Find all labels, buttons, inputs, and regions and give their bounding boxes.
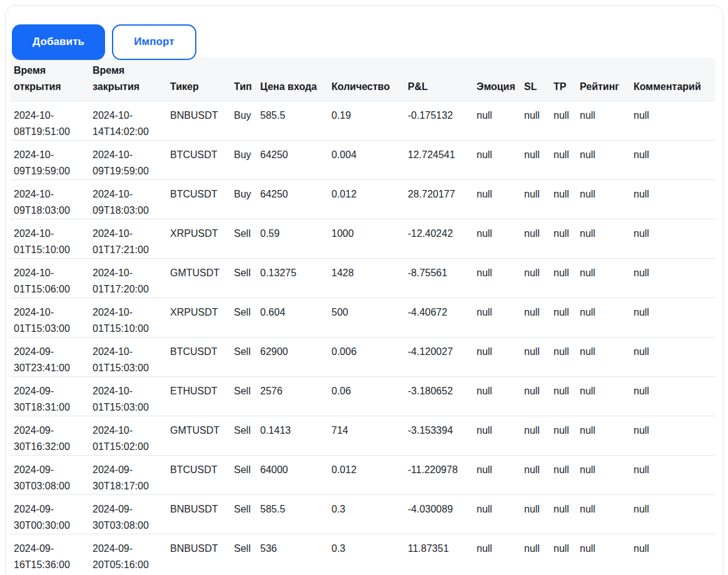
table-row[interactable]: 2024-09-30T03:08:002024-09-30T18:17:00BT… (10, 455, 715, 494)
cell-close-time: 2024-09-20T05:16:00 (89, 534, 166, 573)
cell-emotion: null (473, 140, 520, 179)
table-row[interactable]: 2024-09-30T18:31:002024-10-01T15:03:00ET… (10, 376, 715, 416)
cell-entry-price: 64250 (256, 140, 328, 179)
cell-sl: null (520, 298, 550, 337)
cell-close-time: 2024-10-01T17:20:00 (89, 258, 166, 298)
cell-comment: null (630, 140, 715, 179)
cell-emotion: null (473, 455, 520, 494)
cell-entry-price: 2576 (256, 376, 328, 416)
cell-tp: null (550, 101, 576, 140)
cell-pnl: -4.030089 (404, 494, 473, 534)
cell-entry-price: 0.59 (256, 219, 328, 258)
table-row[interactable]: 2024-10-09T19:59:002024-10-09T19:59:00BT… (10, 140, 715, 179)
cell-pnl: 12.724541 (404, 140, 473, 179)
cell-entry-price: 64000 (256, 455, 328, 494)
cell-open-time: 2024-10-01T15:06:00 (10, 258, 89, 298)
cell-emotion: null (473, 534, 520, 573)
cell-type: Sell (230, 298, 256, 337)
column-header-type: Тип (230, 58, 256, 101)
cell-type: Sell (230, 534, 256, 573)
cell-pnl: -8.75561 (404, 258, 473, 298)
cell-open-time: 2024-09-30T03:08:00 (10, 455, 89, 494)
table-row[interactable]: 2024-10-08T19:51:002024-10-14T14:02:00BN… (10, 101, 715, 140)
cell-emotion: null (473, 298, 520, 337)
cell-emotion: null (473, 258, 520, 298)
cell-comment: null (630, 298, 715, 337)
cell-tp: null (550, 337, 576, 376)
cell-type: Sell (230, 416, 256, 455)
cell-close-time: 2024-09-30T03:08:00 (89, 494, 166, 534)
cell-close-time: 2024-10-01T17:21:00 (89, 219, 166, 258)
table-row[interactable]: 2024-10-01T15:06:002024-10-01T17:20:00GM… (10, 258, 715, 298)
table-row[interactable]: 2024-10-01T15:10:002024-10-01T17:21:00XR… (10, 219, 715, 258)
cell-sl: null (520, 337, 550, 376)
cell-tp: null (550, 258, 576, 298)
cell-quantity: 0.3 (328, 494, 404, 534)
cell-close-time: 2024-10-01T15:03:00 (89, 376, 166, 416)
cell-ticker: GMTUSDT (166, 416, 230, 455)
cell-pnl: -4.40672 (404, 298, 473, 337)
column-header-pnl: P&L (404, 58, 473, 101)
cell-close-time: 2024-10-01T15:10:00 (89, 298, 166, 337)
table-row[interactable]: 2024-10-09T18:03:002024-10-09T18:03:00BT… (10, 179, 715, 219)
cell-quantity: 1000 (328, 219, 404, 258)
cell-rating: null (576, 416, 630, 455)
cell-entry-price: 536 (256, 534, 328, 573)
cell-tp: null (550, 298, 576, 337)
cell-tp: null (550, 376, 576, 416)
cell-close-time: 2024-09-30T18:17:00 (89, 455, 166, 494)
cell-rating: null (576, 455, 630, 494)
cell-close-time: 2024-10-01T15:03:00 (89, 337, 166, 376)
cell-open-time: 2024-10-01T15:03:00 (10, 298, 89, 337)
cell-ticker: BNBUSDT (166, 534, 230, 573)
cell-ticker: BTCUSDT (166, 140, 230, 179)
cell-quantity: 714 (328, 416, 404, 455)
table-row[interactable]: 2024-09-30T00:30:002024-09-30T03:08:00BN… (10, 494, 715, 534)
column-header-rating: Рейтинг (576, 58, 630, 101)
cell-rating: null (576, 337, 630, 376)
cell-sl: null (520, 534, 550, 573)
cell-open-time: 2024-10-08T19:51:00 (10, 101, 89, 140)
cell-open-time: 2024-09-16T15:36:00 (10, 534, 89, 573)
cell-sl: null (520, 376, 550, 416)
cell-ticker: BTCUSDT (166, 179, 230, 219)
cell-rating: null (576, 179, 630, 219)
cell-quantity: 0.012 (328, 455, 404, 494)
cell-open-time: 2024-10-09T19:59:00 (10, 140, 89, 179)
table-row[interactable]: 2024-10-01T15:03:002024-10-01T15:10:00XR… (10, 298, 715, 337)
cell-pnl: -11.220978 (404, 455, 473, 494)
trades-table: Время открытияВремя закрытияТикерТипЦена… (10, 58, 715, 573)
cell-type: Sell (230, 376, 256, 416)
toolbar: Добавить Импорт (10, 6, 715, 65)
table-row[interactable]: 2024-09-30T23:41:002024-10-01T15:03:00BT… (10, 337, 715, 376)
cell-quantity: 500 (328, 298, 404, 337)
cell-rating: null (576, 376, 630, 416)
cell-comment: null (630, 337, 715, 376)
cell-open-time: 2024-09-30T00:30:00 (10, 494, 89, 534)
cell-pnl: 11.87351 (404, 534, 473, 573)
cell-rating: null (576, 258, 630, 298)
cell-pnl: -0.175132 (404, 101, 473, 140)
trades-table-container: Время открытияВремя закрытияТикерТипЦена… (10, 58, 715, 573)
column-header-emotion: Эмоция (473, 58, 520, 101)
cell-type: Sell (230, 337, 256, 376)
add-trade-button[interactable]: Добавить (12, 24, 105, 60)
cell-ticker: ETHUSDT (166, 376, 230, 416)
cell-entry-price: 585.5 (256, 494, 328, 534)
table-row[interactable]: 2024-09-16T15:36:002024-09-20T05:16:00BN… (10, 534, 715, 573)
import-button[interactable]: Импорт (112, 24, 196, 60)
cell-quantity: 0.006 (328, 337, 404, 376)
cell-close-time: 2024-10-14T14:02:00 (89, 101, 166, 140)
cell-comment: null (630, 219, 715, 258)
cell-type: Sell (230, 258, 256, 298)
cell-entry-price: 0.1413 (256, 416, 328, 455)
cell-comment: null (630, 416, 715, 455)
cell-ticker: BTCUSDT (166, 455, 230, 494)
header-row: Время открытияВремя закрытияТикерТипЦена… (10, 58, 715, 101)
cell-type: Sell (230, 494, 256, 534)
cell-pnl: -12.40242 (404, 219, 473, 258)
cell-close-time: 2024-10-09T19:59:00 (89, 140, 166, 179)
cell-entry-price: 62900 (256, 337, 328, 376)
table-row[interactable]: 2024-09-30T16:32:002024-10-01T15:02:00GM… (10, 416, 715, 455)
cell-pnl: 28.720177 (404, 179, 473, 219)
